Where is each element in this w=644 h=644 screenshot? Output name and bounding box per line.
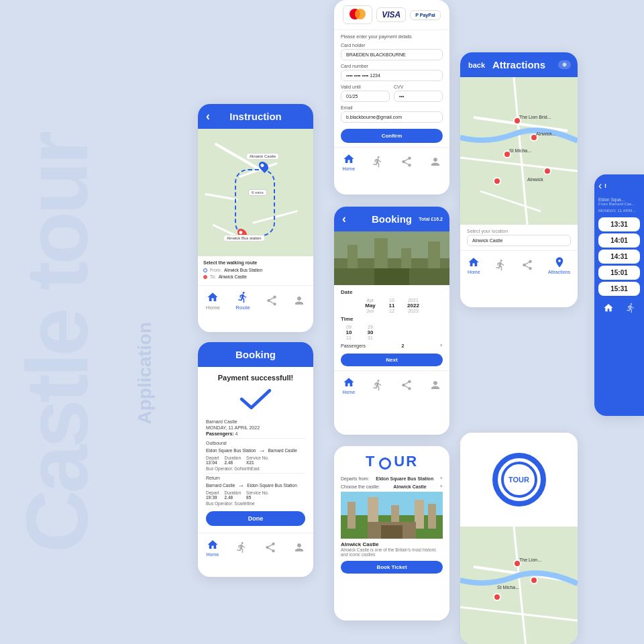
time-slot-5[interactable]: 15:31	[598, 282, 640, 296]
departs-value: Eldon Square Bus Station	[376, 476, 433, 481]
svg-text:Alnwick...: Alnwick...	[536, 131, 556, 136]
times-title: I	[604, 182, 606, 189]
confirm-button[interactable]: Confirm	[341, 129, 443, 143]
attractions-nav-home[interactable]: Home	[468, 256, 480, 274]
location-input[interactable]: Alnwick Castle	[467, 235, 571, 246]
success-nav-home[interactable]: Home	[206, 539, 219, 557]
times-card: ‹ I Eldon Squa... From Barnard Cas... MO…	[594, 174, 644, 416]
instruction-bottom-nav: Home Route	[198, 285, 313, 315]
tour-logo: T UR	[334, 446, 449, 473]
valid-until-input[interactable]: 01/25	[341, 91, 390, 102]
success-passengers: Passengers: 4	[206, 431, 305, 436]
booking-header: ‹ Booking Total £16.2	[334, 207, 449, 231]
card-number-input[interactable]: •••• •••• •••• 1234	[341, 70, 443, 81]
back-button[interactable]: ‹	[206, 109, 210, 123]
success-date: MONDAY, 11 APRIL 2022	[206, 425, 305, 430]
times-nav-route[interactable]	[625, 303, 636, 316]
valid-until-label: Valid until	[341, 85, 390, 89]
times-nav-home[interactable]	[603, 303, 614, 316]
times-back-button[interactable]: ‹	[598, 180, 602, 192]
outbound-label: Outbound	[206, 441, 305, 445]
date-picker[interactable]: Apr 10 2021 May 11 2022 Jun 12 2023	[341, 298, 443, 313]
outbound-route: Eldon Square Bus Station → Barnard Castl…	[206, 447, 305, 454]
attractions-card: back Attractions ⊕ The Lion Brid... Alnw…	[460, 52, 578, 307]
date-row-active[interactable]: May 11 2022	[362, 303, 421, 309]
nav-share[interactable]	[266, 294, 278, 308]
success-nav-route[interactable]	[235, 541, 248, 555]
svg-text:St Micha...: St Micha...	[497, 585, 519, 590]
cvv-input[interactable]: •••	[394, 91, 443, 102]
time-slot-2[interactable]: 14:01	[598, 233, 640, 248]
payment-nav-share[interactable]	[400, 156, 413, 169]
departs-arrow[interactable]: ▾	[440, 476, 443, 481]
booking-nav-profile[interactable]	[429, 379, 441, 392]
times-date-label: MONDAY, 11 APRI...	[594, 209, 644, 215]
castle-label: Alnwick Castle	[246, 153, 279, 160]
payment-nav-route[interactable]	[372, 156, 384, 169]
route-from-row: From: Alnwick Bus Station	[203, 268, 308, 272]
payment-nav-home[interactable]: Home	[342, 153, 355, 171]
booking-nav-share[interactable]	[400, 379, 413, 392]
attractions-bottom-map: The Lion... St Micha...	[460, 527, 578, 644]
castle-select-row[interactable]: Choose the castle: Alnwick Castle ▾	[341, 484, 443, 489]
attractions-nav-route[interactable]	[494, 259, 506, 272]
time-slot-4[interactable]: 15:01	[598, 266, 640, 280]
attractions-nav-icon[interactable]: ⊕	[558, 60, 571, 69]
location-label: Select your location	[467, 229, 571, 233]
svg-text:Alnwick: Alnwick	[527, 177, 543, 182]
done-button[interactable]: Done	[206, 511, 305, 526]
svg-rect-16	[428, 504, 436, 529]
attractions-nav-icon-active[interactable]: Attractions	[548, 256, 570, 274]
next-button[interactable]: Next	[341, 354, 443, 366]
booking-success-header: Booking	[198, 342, 313, 367]
outbound-operator: Bus Operator: GoNorthEast	[206, 466, 305, 471]
booking-nav-route[interactable]	[372, 379, 384, 392]
time-slot-1[interactable]: 13:31	[598, 217, 640, 231]
castle-image	[334, 231, 449, 285]
visa-icon[interactable]: VISA	[376, 7, 406, 22]
time-slot-3[interactable]: 14:31	[598, 250, 640, 264]
watermark-application-text: Application	[134, 322, 156, 424]
from-dot	[203, 268, 207, 272]
attractions-bottom-nav: Home Attractions	[460, 250, 578, 278]
card-holder-label: Card holder	[341, 43, 443, 48]
card-holder-input[interactable]: BRAEDEN BLACKBOURNE	[341, 49, 443, 60]
map-background: Alnwick Castle 6 mins Alnwick Bus statio…	[198, 129, 313, 256]
nav-route[interactable]: Route	[235, 291, 250, 311]
payment-methods: VISA P PayPal	[334, 0, 449, 30]
payment-instruction: Please enter your payment details	[341, 34, 443, 39]
booking-bottom-nav: Home	[334, 370, 449, 398]
from-label: From:	[210, 268, 221, 272]
time-picker[interactable]: 09 29 10 30 11 31	[341, 325, 443, 340]
departs-from-row[interactable]: Departs from: Eldon Square Bus Station ▾	[341, 476, 443, 481]
card-number-label: Card number	[341, 64, 443, 68]
time-row-active[interactable]: 10 30	[341, 329, 443, 335]
payment-nav-profile[interactable]	[429, 156, 441, 169]
location-select: Select your location Alnwick Castle	[460, 225, 578, 250]
castle-select-label: Choose the castle:	[341, 484, 380, 489]
mastercard-icon[interactable]	[343, 5, 372, 24]
svg-point-27	[544, 168, 551, 174]
svg-rect-7	[428, 241, 440, 272]
success-nav-profile[interactable]	[293, 541, 305, 555]
nav-profile[interactable]	[293, 294, 305, 308]
date-label: Date	[341, 289, 443, 295]
nav-home[interactable]: Home	[206, 291, 220, 311]
booking-back-button[interactable]: ‹	[342, 212, 346, 226]
payment-bottom-nav: Home	[334, 147, 449, 175]
email-input[interactable]: b.blackbourne@gmail.com	[341, 111, 443, 123]
svg-point-38	[531, 577, 537, 584]
success-nav-share[interactable]	[264, 541, 276, 555]
castle-name: Alnwick Castle	[341, 541, 443, 547]
alnwick-castle-image	[341, 492, 443, 539]
date-row-top: Apr 10 2021	[362, 298, 421, 303]
attractions-map: The Lion Brid... Alnwick... St Micha... …	[460, 77, 578, 225]
attractions-nav-share[interactable]	[521, 259, 533, 272]
book-ticket-button[interactable]: Book Ticket	[341, 561, 443, 574]
bus-station-label: Alnwick Bus station	[223, 235, 265, 241]
instruction-title: Instruction	[229, 111, 282, 122]
castle-arrow[interactable]: ▾	[440, 484, 443, 489]
attractions-back-button[interactable]: back	[468, 61, 485, 69]
booking-nav-home[interactable]: Home	[342, 376, 355, 394]
paypal-icon[interactable]: P PayPal	[410, 10, 440, 20]
